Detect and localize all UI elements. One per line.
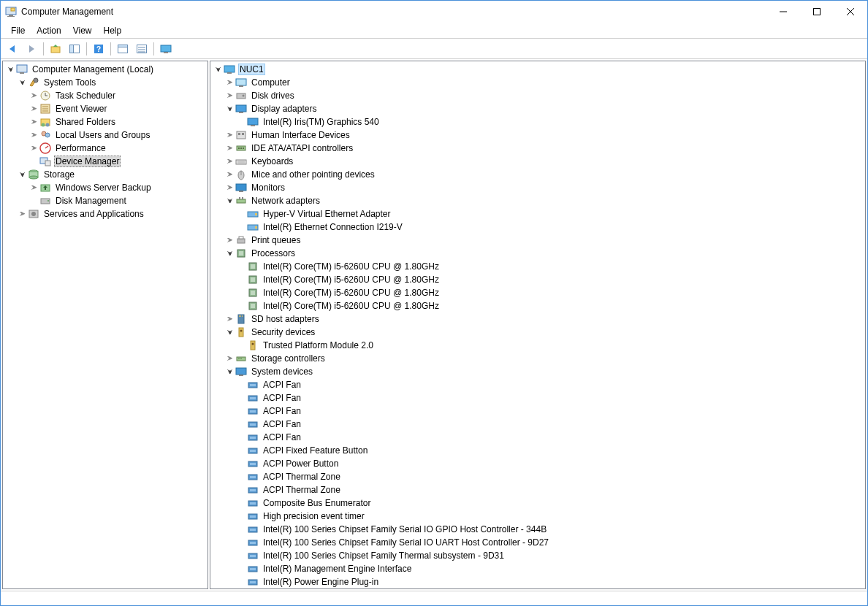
expander-icon[interactable] bbox=[225, 353, 235, 364]
expander-icon[interactable] bbox=[18, 77, 28, 88]
tree-item-processor-child[interactable]: Intel(R) Core(TM) i5-6260U CPU @ 1.80GHz bbox=[210, 299, 865, 312]
expander-icon[interactable] bbox=[225, 91, 235, 101]
tree-item-display-adapters[interactable]: Display adapters bbox=[210, 102, 865, 115]
menu-action[interactable]: Action bbox=[31, 24, 66, 37]
tree-item-system-devices[interactable]: System devices bbox=[210, 365, 865, 378]
tree-label: Performance bbox=[54, 143, 107, 153]
back-button[interactable] bbox=[4, 41, 21, 57]
tree-item-system-device-child[interactable]: ACPI Fan bbox=[210, 431, 865, 444]
tree-item-processor-child[interactable]: Intel(R) Core(TM) i5-6260U CPU @ 1.80GHz bbox=[210, 260, 865, 273]
expander-icon[interactable] bbox=[225, 169, 235, 180]
tree-item-system-tools[interactable]: System Tools bbox=[3, 76, 208, 89]
tree-item-processors[interactable]: Processors bbox=[210, 247, 865, 260]
tree-item-services[interactable]: Services and Applications bbox=[3, 207, 208, 220]
expander-icon[interactable] bbox=[18, 169, 28, 180]
tree-item-disk-mgmt[interactable]: Disk Management bbox=[3, 194, 208, 207]
expander-icon[interactable] bbox=[18, 209, 28, 219]
tree-item-processor-child[interactable]: Intel(R) Core(TM) i5-6260U CPU @ 1.80GHz bbox=[210, 273, 865, 286]
expander-icon[interactable] bbox=[225, 130, 235, 140]
tree-item-root-device[interactable]: NUC1 bbox=[210, 63, 865, 76]
expander-icon[interactable] bbox=[225, 248, 235, 258]
maximize-button[interactable] bbox=[800, 1, 834, 23]
tree-item-disk-drives[interactable]: Disk drives bbox=[210, 89, 865, 102]
tree-item-system-device-child[interactable]: Intel(R) Management Engine Interface bbox=[210, 562, 865, 575]
tree-item-local-users[interactable]: Local Users and Groups bbox=[3, 129, 208, 142]
expander-icon[interactable] bbox=[29, 130, 39, 140]
tree-item-monitors[interactable]: Monitors bbox=[210, 181, 865, 194]
tree-item-device-manager[interactable]: Device Manager bbox=[3, 155, 208, 168]
expander-icon[interactable] bbox=[225, 327, 235, 337]
tree-item-storage[interactable]: Storage bbox=[3, 168, 208, 181]
forward-button[interactable] bbox=[23, 41, 40, 57]
tree-item-system-device-child[interactable]: ACPI Fan bbox=[210, 418, 865, 431]
tree-item-system-device-child[interactable]: ACPI Fan bbox=[210, 404, 865, 418]
tree-item-display-adapter-child[interactable]: Intel(R) Iris(TM) Graphics 540 bbox=[210, 115, 865, 129]
expander-icon[interactable] bbox=[6, 64, 16, 74]
tree-item-system-device-child[interactable]: Intel(R) Power Engine Plug-in bbox=[210, 575, 865, 588]
tree-item-hid[interactable]: Human Interface Devices bbox=[210, 129, 865, 142]
cpu-icon bbox=[247, 287, 259, 299]
help-button[interactable]: ? bbox=[90, 41, 107, 57]
expander-icon[interactable] bbox=[225, 104, 235, 114]
expander-icon[interactable] bbox=[29, 117, 39, 127]
tree-item-root[interactable]: Computer Management (Local) bbox=[3, 63, 208, 76]
refresh-button[interactable] bbox=[114, 41, 132, 57]
tree-item-shared-folders[interactable]: Shared Folders bbox=[3, 115, 208, 129]
expander-icon[interactable] bbox=[225, 367, 235, 377]
close-button[interactable] bbox=[834, 1, 867, 23]
tree-item-security-child[interactable]: Trusted Platform Module 2.0 bbox=[210, 339, 865, 352]
tree-item-system-device-child[interactable]: ACPI Fan bbox=[210, 391, 865, 404]
menu-help[interactable]: Help bbox=[98, 24, 128, 37]
tree-item-storage-controllers[interactable]: Storage controllers bbox=[210, 352, 865, 365]
tree-item-system-device-child[interactable]: Composite Bus Enumerator bbox=[210, 496, 865, 510]
tree-item-system-device-child[interactable]: ACPI Thermal Zone bbox=[210, 470, 865, 483]
expander-icon[interactable] bbox=[225, 143, 235, 153]
expander-icon[interactable] bbox=[29, 104, 39, 114]
tree-item-system-device-child[interactable]: ACPI Power Button bbox=[210, 457, 865, 470]
expander-icon[interactable] bbox=[29, 143, 39, 153]
tree-item-sd-host[interactable]: SD host adapters bbox=[210, 312, 865, 326]
tree-item-system-device-child[interactable]: ACPI Thermal Zone bbox=[210, 483, 865, 496]
tree-item-event-viewer[interactable]: Event Viewer bbox=[3, 102, 208, 115]
expander-icon[interactable] bbox=[225, 77, 235, 88]
tree-item-computer[interactable]: Computer bbox=[210, 76, 865, 89]
tree-item-ide[interactable]: IDE ATA/ATAPI controllers bbox=[210, 142, 865, 155]
expander-icon[interactable] bbox=[29, 91, 39, 101]
expander-icon[interactable] bbox=[225, 235, 235, 245]
expander-icon[interactable] bbox=[29, 183, 39, 193]
tree-item-system-device-child[interactable]: Intel(R) 100 Series Chipset Family Therm… bbox=[210, 549, 865, 562]
right-tree-pane[interactable]: NUC1ComputerDisk drivesDisplay adaptersI… bbox=[210, 61, 866, 589]
up-button[interactable] bbox=[47, 41, 64, 57]
expander-icon[interactable] bbox=[225, 156, 235, 166]
tree-item-security[interactable]: Security devices bbox=[210, 326, 865, 339]
tree-item-system-device-child[interactable]: ACPI Fan bbox=[210, 378, 865, 391]
menu-view[interactable]: View bbox=[67, 24, 98, 37]
tree-item-print-queues[interactable]: Print queues bbox=[210, 234, 865, 247]
expander-icon[interactable] bbox=[225, 183, 235, 193]
properties-button[interactable] bbox=[133, 41, 151, 57]
tree-item-system-device-child[interactable]: ACPI Fixed Feature Button bbox=[210, 444, 865, 457]
tree-item-performance[interactable]: Performance bbox=[3, 142, 208, 155]
tree-item-processor-child[interactable]: Intel(R) Core(TM) i5-6260U CPU @ 1.80GHz bbox=[210, 286, 865, 299]
event-viewer-icon bbox=[39, 103, 51, 115]
show-hide-tree-button[interactable] bbox=[66, 41, 83, 57]
tree-item-network-child[interactable]: Hyper-V Virtual Ethernet Adapter bbox=[210, 207, 865, 220]
tree-item-keyboards[interactable]: Keyboards bbox=[210, 155, 865, 168]
tree-item-task-scheduler[interactable]: Task Scheduler bbox=[3, 89, 208, 102]
tree-item-network-child[interactable]: Intel(R) Ethernet Connection I219-V bbox=[210, 220, 865, 234]
backup-icon bbox=[39, 182, 51, 193]
monitor-button[interactable] bbox=[157, 41, 175, 57]
expander-icon[interactable] bbox=[225, 314, 235, 324]
tree-item-system-device-child[interactable]: Intel(R) 100 Series Chipset Family Seria… bbox=[210, 523, 865, 536]
minimize-button[interactable] bbox=[766, 1, 800, 23]
svg-text:?: ? bbox=[96, 45, 101, 53]
left-tree-pane[interactable]: Computer Management (Local) System Tools… bbox=[2, 61, 208, 589]
menu-file[interactable]: File bbox=[5, 24, 31, 37]
expander-icon[interactable] bbox=[213, 64, 224, 74]
tree-item-system-device-child[interactable]: High precision event timer bbox=[210, 510, 865, 523]
tree-item-network[interactable]: Network adapters bbox=[210, 194, 865, 207]
tree-item-system-device-child[interactable]: Intel(R) 100 Series Chipset Family Seria… bbox=[210, 536, 865, 549]
tree-item-mice[interactable]: Mice and other pointing devices bbox=[210, 168, 865, 181]
tree-item-ws-backup[interactable]: Windows Server Backup bbox=[3, 181, 208, 194]
expander-icon[interactable] bbox=[225, 196, 235, 206]
